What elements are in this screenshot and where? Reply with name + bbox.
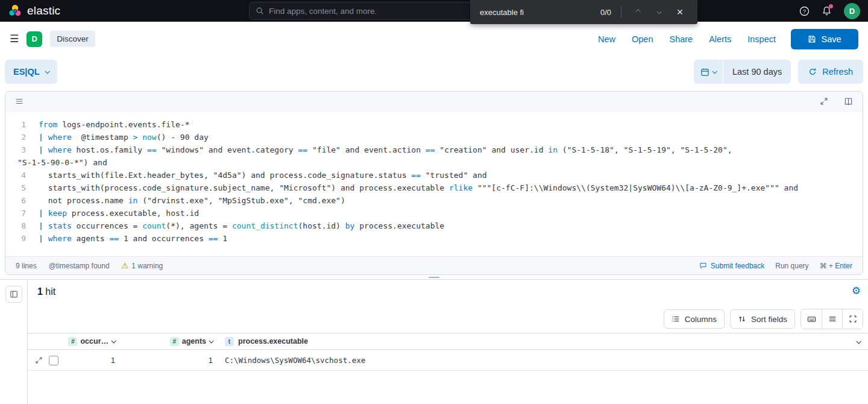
documentation-icon[interactable] [844, 97, 853, 106]
column-label: occur… [80, 337, 108, 346]
top-header-bar: elastic Find apps, content, and more. ? … [0, 0, 868, 22]
inspect-button[interactable]: Inspect [747, 34, 776, 44]
code-text: | keep process.executable, host.id [26, 207, 199, 219]
hit-count-label: hit [45, 286, 55, 297]
sort-fields-button[interactable]: Sort fields [730, 309, 795, 329]
code-line: 4 starts_with(file.Ext.header_bytes, "4d… [5, 169, 863, 181]
display-options-button[interactable] [822, 309, 842, 329]
editor-lines: 1from logs-endpoint.events.file-*2| wher… [5, 118, 863, 245]
notifications-button[interactable] [822, 6, 832, 16]
refresh-icon [808, 68, 817, 76]
warning-indicator[interactable]: ⚠ 1 warning [122, 261, 163, 270]
line-number: 3 [5, 144, 26, 156]
code-text: from logs-endpoint.events.file-* [26, 118, 189, 131]
code-text: | where host.os.family == "windows" and … [26, 144, 732, 156]
chevron-down-icon [656, 9, 661, 14]
column-label: agents [182, 337, 206, 346]
find-previous-button[interactable] [630, 4, 646, 20]
notification-dot [829, 4, 833, 8]
find-in-page-overlay: executable fi 0/0 × [470, 0, 697, 24]
editor-footer-right: Submit feedback Run query ⌘ + Enter [699, 262, 852, 270]
column-header-occurrences[interactable]: # occur… [66, 337, 118, 346]
time-range-button[interactable]: Last 90 days [723, 60, 791, 84]
submit-feedback-link[interactable]: Submit feedback [699, 262, 764, 270]
chevron-down-icon[interactable] [209, 338, 213, 343]
find-close-button[interactable]: × [672, 4, 688, 20]
sidebar-panel-icon [10, 290, 18, 298]
run-query-label[interactable]: Run query [775, 262, 808, 270]
timestamp-found: @timestamp found [49, 262, 110, 270]
column-header-process-executable[interactable]: t process.executable [217, 337, 857, 346]
warning-icon: ⚠ [122, 261, 129, 270]
find-divider [621, 6, 621, 18]
menu-icon[interactable]: ☰ [10, 33, 19, 45]
line-number: 7 [5, 207, 26, 219]
hit-count-value: 1 [37, 286, 43, 297]
save-button[interactable]: Save [791, 29, 858, 49]
svg-text:?: ? [803, 8, 806, 14]
esql-editor-panel: 1from logs-endpoint.events.file-*2| wher… [5, 91, 863, 275]
breadcrumb[interactable]: Discover [50, 31, 95, 47]
code-line: 6 not process.name in ("drvinst.exe", "M… [5, 194, 863, 207]
elastic-logo-icon [8, 4, 22, 17]
esql-mode-button[interactable]: ES|QL [5, 60, 57, 84]
save-label: Save [821, 34, 841, 44]
code-line: 5 starts_with(process.code_signature.sub… [5, 181, 863, 194]
code-text: starts_with(file.Ext.header_bytes, "4d5a… [26, 169, 487, 181]
results-main: 1 hit ⚙ Columns Sort fi [28, 280, 868, 404]
fullscreen-button[interactable] [842, 309, 863, 329]
chevron-down-icon [856, 339, 861, 344]
code-text: | where agents == 1 and occurrences == 1 [26, 232, 227, 245]
expand-row-icon[interactable] [35, 356, 43, 364]
share-button[interactable]: Share [669, 34, 693, 44]
line-number: 8 [5, 219, 26, 232]
user-avatar[interactable]: D [844, 3, 860, 19]
sort-fields-label: Sort fields [751, 315, 787, 324]
help-icon[interactable]: ? [799, 6, 810, 16]
new-button[interactable]: New [598, 34, 615, 44]
refresh-button[interactable]: Refresh [798, 60, 863, 84]
open-button[interactable]: Open [632, 34, 653, 44]
quick-select-button[interactable] [694, 60, 723, 84]
search-placeholder: Find apps, content, and more. [269, 7, 377, 16]
cell-agents: 1 [118, 356, 217, 365]
space-badge[interactable]: D [27, 31, 42, 47]
table-row[interactable]: 1 1 C:\Windows\SysWOW64\svchost.exe [28, 350, 868, 371]
refresh-label: Refresh [822, 67, 853, 77]
code-line-wrap: "S-1-5-90-0-*") and [5, 156, 863, 169]
esql-code-editor[interactable]: 1from logs-endpoint.events.file-*2| wher… [5, 112, 863, 256]
toggle-fields-sidebar-button[interactable] [5, 286, 22, 303]
column-header-agents[interactable]: # agents [118, 337, 217, 346]
elastic-logo[interactable]: elastic [0, 4, 60, 17]
find-query-input[interactable]: executable fi [480, 8, 600, 17]
chevron-down-icon [712, 69, 717, 74]
code-line: 7| keep process.executable, host.id [5, 207, 863, 219]
date-picker: Last 90 days [694, 60, 791, 84]
grid-icon-group [800, 309, 863, 329]
calendar-icon [700, 68, 709, 77]
density-icon [828, 315, 837, 323]
editor-header-actions [820, 97, 853, 106]
alerts-button[interactable]: Alerts [709, 34, 731, 44]
header-actions-chevron[interactable] [857, 337, 868, 346]
shortcut-modifier: ⌘ + [820, 262, 833, 270]
warning-label: 1 warning [131, 262, 163, 270]
line-count: 9 lines [16, 262, 37, 270]
expand-editor-icon[interactable] [820, 97, 828, 106]
editor-footer: 9 lines @timestamp found ⚠ 1 warning Sub… [5, 256, 863, 274]
header-icons: ? D [799, 3, 868, 19]
chevron-down-icon[interactable] [111, 338, 116, 343]
grid-settings-gear-icon[interactable]: ⚙ [852, 285, 861, 297]
code-text: starts_with(process.code_signature.subje… [26, 181, 798, 194]
nav-actions: New Open Share Alerts Inspect [598, 34, 776, 44]
columns-button[interactable]: Columns [664, 309, 725, 329]
shortcut-key: Enter [835, 262, 852, 270]
row-checkbox[interactable] [49, 356, 58, 365]
editor-header [5, 92, 863, 112]
keyboard-shortcuts-button[interactable] [801, 309, 822, 329]
line-number: 9 [5, 232, 26, 245]
code-text: | where @timestamp > now() - 90 day [26, 131, 209, 144]
find-next-button[interactable] [651, 4, 667, 20]
panel-resize-handle[interactable] [0, 275, 868, 279]
query-menu-icon[interactable] [15, 97, 24, 106]
